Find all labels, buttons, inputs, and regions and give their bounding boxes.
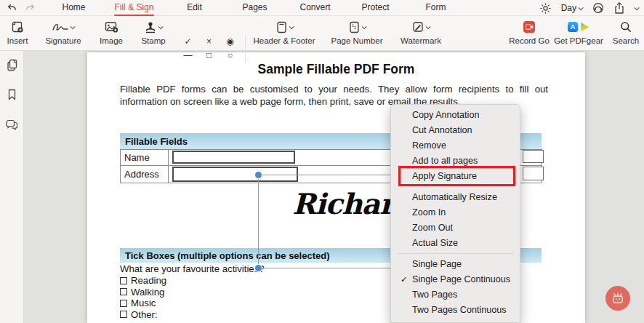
signature-button[interactable]: Signature: [36, 18, 90, 50]
selection-handle[interactable]: [255, 265, 262, 271]
tick-option-reading: Reading: [120, 275, 166, 287]
check-icon: ✓: [401, 272, 408, 287]
menu-item-single-page[interactable]: Single Page: [391, 257, 520, 272]
chevron-down-icon: [71, 24, 76, 29]
menu-item-cut-annotation[interactable]: Cut Annotation: [391, 123, 520, 138]
page-number-label: Page Number: [324, 36, 390, 45]
undo-icon[interactable]: [7, 4, 17, 13]
image-label: Image: [93, 36, 129, 45]
menu-item-apply-signature[interactable]: Apply Signature: [391, 169, 520, 184]
search-button[interactable]: Search: [609, 18, 643, 50]
menu-item-actual-size[interactable]: Actual Size: [391, 236, 520, 251]
menu-bar: Home Fill & Sign Edit Pages Convert Prot…: [0, 0, 644, 16]
address-row-label: Address: [124, 169, 159, 180]
menu-item-remove[interactable]: Remove: [391, 138, 520, 153]
left-panel: [0, 51, 24, 323]
assistant-robot-button[interactable]: [605, 286, 630, 311]
chevron-down-icon: [361, 24, 366, 29]
page-number-icon: 12: [349, 21, 360, 33]
circle-tool[interactable]: ○: [220, 48, 241, 62]
redo-icon[interactable]: [25, 4, 35, 13]
comments-panel-icon[interactable]: [0, 113, 24, 135]
menu-item-automatically-resize[interactable]: Automatically Resize: [391, 190, 520, 205]
thumbnails-panel-icon[interactable]: [0, 54, 24, 76]
tick-question: What are your favourite activities?: [120, 263, 265, 274]
stamp-button[interactable]: Stamp: [132, 18, 174, 50]
tick-option-music: Music: [120, 298, 166, 309]
menu-item-two-pages[interactable]: Two Pages: [391, 287, 520, 303]
tab-protect[interactable]: Protect: [345, 0, 406, 16]
checkmark-tool[interactable]: ✓: [177, 34, 198, 48]
tab-home[interactable]: Home: [44, 0, 104, 16]
small-input-field[interactable]: [523, 167, 544, 180]
ribbon-tabs: Home Fill & Sign Edit Pages Convert Prot…: [44, 0, 466, 16]
checkbox[interactable]: [120, 311, 127, 318]
header-footer-label: Header & Footer: [249, 36, 320, 45]
document-intro-line1: Fillable PDF forms can be customised to …: [120, 84, 548, 95]
tab-convert[interactable]: Convert: [285, 0, 345, 16]
tick-option-other: Other:: [120, 309, 166, 321]
dash-tool[interactable]: —: [177, 48, 198, 62]
selection-edge-left: [258, 175, 259, 268]
bookmarks-panel-icon[interactable]: [0, 84, 24, 105]
share-icon[interactable]: [614, 2, 624, 14]
quick-mark-tools: ✓ × ◉ — □ ○: [177, 34, 241, 62]
stamp-label: Stamp: [132, 36, 174, 45]
table-line: [168, 149, 169, 183]
watermark-button[interactable]: Watermark: [390, 18, 452, 50]
tab-form[interactable]: Form: [406, 0, 466, 16]
stamp-icon: [145, 21, 156, 33]
menu-item-zoom-in[interactable]: Zoom In: [391, 205, 520, 220]
insert-button[interactable]: Insert: [1, 18, 33, 50]
theme-mode-dropdown[interactable]: Day: [561, 3, 582, 13]
search-label: Search: [609, 36, 643, 45]
menu-item-single-page-continuous[interactable]: ✓ Single Page Continuous: [391, 272, 520, 287]
square-tool[interactable]: □: [198, 48, 220, 62]
image-button[interactable]: Image: [93, 18, 129, 50]
insert-label: Insert: [1, 36, 33, 45]
cross-tool[interactable]: ×: [198, 34, 220, 48]
chevron-down-icon: [579, 5, 584, 10]
menu-item-zoom-out[interactable]: Zoom Out: [391, 220, 520, 236]
name-input-field[interactable]: [172, 151, 295, 164]
robot-icon: [611, 291, 625, 306]
theme-sun-icon[interactable]: [540, 3, 551, 14]
get-pdfgear-button[interactable]: A Get PDFgear: [547, 18, 611, 50]
chevron-down-icon: [289, 24, 294, 29]
checkbox[interactable]: [120, 288, 127, 295]
svg-text:2: 2: [354, 25, 356, 30]
menu-item-copy-annotation[interactable]: Copy Annotation: [391, 108, 520, 123]
toolbar: Insert Signature Image Stamp ✓ × ◉ — □: [0, 16, 644, 51]
signature-label: Signature: [36, 36, 90, 45]
insert-icon: [1, 18, 33, 36]
name-row-label: Name: [124, 152, 150, 163]
small-input-field[interactable]: [523, 150, 544, 163]
page-number-button[interactable]: 12 Page Number: [324, 18, 390, 50]
signature-icon: [52, 22, 68, 32]
tab-pages[interactable]: Pages: [225, 0, 285, 16]
get-pdfgear-label: Get PDFgear: [547, 36, 611, 45]
chevron-down-icon: [158, 24, 164, 29]
tick-options: Reading Walking Music Other:: [120, 275, 166, 320]
collapse-ribbon-icon[interactable]: [635, 5, 640, 10]
table-line: [120, 149, 121, 183]
menu-item-two-pages-continuous[interactable]: Two Pages Continuous: [391, 303, 520, 318]
selection-handle[interactable]: [255, 172, 262, 178]
menu-item-add-to-all-pages[interactable]: Add to all pages: [391, 153, 520, 169]
tab-edit[interactable]: Edit: [164, 0, 225, 16]
checkbox[interactable]: [120, 277, 127, 284]
menu-separator: [398, 253, 513, 254]
image-icon: [93, 18, 129, 36]
toolbar-divider: [245, 35, 246, 63]
tab-fill-and-sign[interactable]: Fill & Sign: [104, 0, 164, 16]
chevron-down-icon: [426, 24, 431, 29]
header-footer-button[interactable]: Header & Footer: [249, 18, 320, 50]
support-icon[interactable]: [592, 2, 604, 14]
search-icon: [609, 18, 643, 36]
header-footer-icon: [276, 21, 287, 33]
context-menu: Copy Annotation Cut Annotation Remove Ad…: [390, 104, 520, 323]
filled-radio-tool[interactable]: ◉: [220, 34, 241, 48]
theme-mode-label: Day: [561, 3, 576, 13]
record-go-icon: [523, 21, 535, 33]
checkbox[interactable]: [120, 300, 127, 307]
